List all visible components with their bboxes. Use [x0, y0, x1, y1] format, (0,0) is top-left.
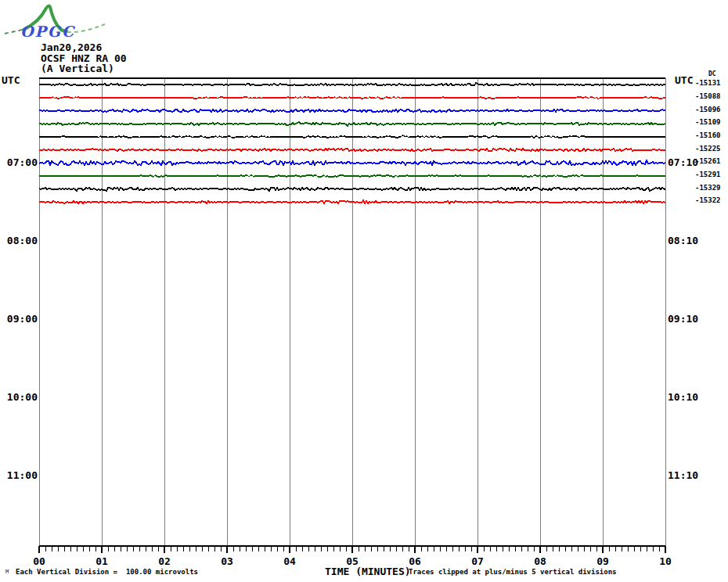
left-hour-label-10:00: 10:00 — [2, 391, 38, 404]
x-axis-title: TIME (MINUTES) — [325, 566, 411, 577]
left-hour-label-09:00: 09:00 — [2, 313, 38, 325]
right-hour-label-08:10: 08:10 — [668, 235, 698, 247]
dc-value-row-1: -15131 — [695, 79, 721, 87]
right-hour-label-07:10: 07:10 — [668, 156, 698, 169]
dc-value-row-2: -15088 — [695, 92, 721, 100]
x-tick-label-07: 07 — [471, 555, 484, 567]
x-tick-label-01: 01 — [96, 555, 108, 567]
x-tick-label-02: 02 — [158, 555, 171, 567]
x-tick-label-08: 08 — [534, 555, 546, 567]
corner-glyph: M — [5, 569, 9, 575]
x-tick-label-09: 09 — [596, 555, 609, 567]
left-hour-label-07:00: 07:00 — [2, 156, 38, 169]
dc-value-row-7: -15261 — [695, 157, 721, 165]
dc-value-row-3: -15096 — [695, 106, 721, 113]
dc-value-row-6: -15225 — [695, 145, 721, 153]
dc-value-row-10: -15322 — [695, 196, 721, 204]
dc-value-row-4: -15109 — [695, 118, 721, 126]
dc-value-row-5: -15160 — [695, 131, 721, 139]
right-hour-label-09:10: 09:10 — [668, 313, 698, 325]
x-tick-label-10: 10 — [659, 555, 672, 567]
webicorder-screen: OPGC Jan20,2026 OCSF HNZ RA 00 (A Vertic… — [0, 0, 728, 582]
x-tick-label-04: 04 — [283, 555, 296, 567]
dc-value-row-9: -15329 — [695, 184, 721, 192]
right-hour-label-11:10: 11:10 — [668, 469, 698, 482]
left-hour-label-08:00: 08:00 — [2, 235, 38, 247]
x-tick-label-00: 00 — [33, 555, 45, 567]
left-hour-label-11:00: 11:00 — [2, 469, 38, 482]
dc-value-row-8: -15291 — [695, 171, 721, 178]
clip-note: Traces clipped at plus/minus 5 vertical … — [409, 568, 617, 576]
x-tick-label-03: 03 — [221, 555, 233, 567]
helicorder-plot — [0, 0, 728, 582]
vertical-division-note: Each Vertical Division = 100.00 microvol… — [16, 568, 198, 576]
right-hour-label-10:10: 10:10 — [668, 391, 698, 404]
